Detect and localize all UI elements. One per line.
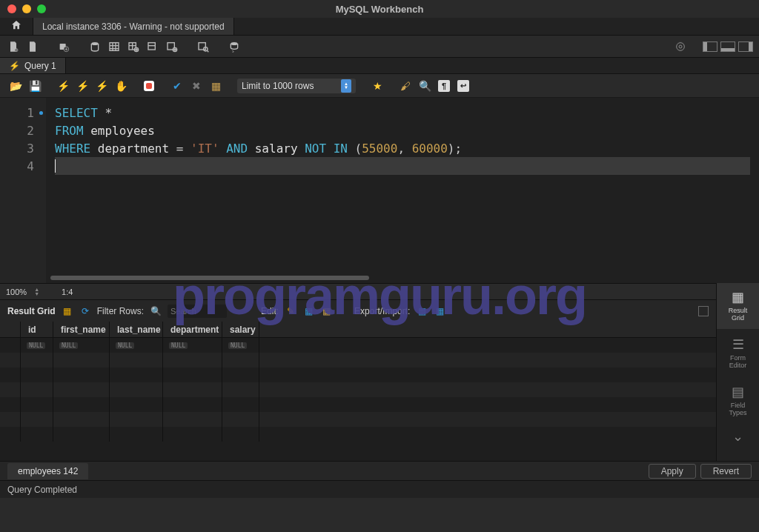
favorite-icon[interactable]: ★: [371, 79, 384, 93]
find-icon[interactable]: 🔍: [418, 79, 431, 93]
null-value: NULL: [169, 342, 188, 349]
search-table-icon[interactable]: [196, 39, 211, 54]
side-form-editor[interactable]: ☰ Form Editor: [717, 329, 759, 376]
table-row[interactable]: NULL NULL NULL NULL NULL: [0, 338, 716, 353]
save-script-icon[interactable]: 💾: [28, 79, 42, 93]
table-icon-1[interactable]: [107, 39, 122, 54]
execute-current-icon[interactable]: ⚡: [76, 79, 89, 93]
column-header[interactable]: last_name: [110, 322, 163, 337]
table-row[interactable]: [0, 412, 716, 427]
connection-tab-label: Local instance 3306 - Warning - not supp…: [42, 21, 225, 32]
new-sql-file-icon[interactable]: [6, 39, 21, 54]
sql-editor[interactable]: 1 2 3 4 SELECT * FROM employees WHERE de…: [0, 98, 759, 283]
svg-point-3: [91, 42, 98, 45]
zoom-bar: 100% ▲▼ 1:4: [0, 283, 759, 299]
table-row[interactable]: [0, 368, 716, 382]
side-result-grid[interactable]: ▦ Result Grid: [717, 282, 759, 329]
result-tab-label: employees 142: [18, 466, 78, 476]
table-row[interactable]: [0, 427, 716, 442]
invisible-chars-icon[interactable]: ¶: [437, 79, 451, 93]
left-panel-toggle[interactable]: [703, 41, 717, 52]
commit-icon[interactable]: ✔: [170, 79, 184, 93]
export-import-label: Export/Import:: [354, 306, 410, 316]
gear-icon[interactable]: [673, 39, 688, 54]
line-number: 4: [0, 157, 46, 175]
query-tabs: ⚡ Query 1: [0, 58, 759, 74]
db-icon-1[interactable]: [87, 39, 102, 54]
query-tab-1[interactable]: ⚡ Query 1: [0, 58, 66, 73]
null-value: NULL: [27, 342, 45, 349]
result-grid[interactable]: id first_name last_name department salar…: [0, 322, 716, 461]
view-icon[interactable]: [145, 39, 160, 54]
editor-scrollbar[interactable]: [46, 273, 759, 283]
zoom-stepper-icon[interactable]: ▲▼: [34, 287, 39, 296]
home-tab[interactable]: [0, 18, 33, 35]
edit-row-icon[interactable]: ✎: [285, 305, 296, 317]
row-limit-label: Limit to 1000 rows: [242, 81, 314, 91]
stepper-icon: ▲▼: [341, 79, 351, 93]
table-row[interactable]: [0, 397, 716, 412]
main-toolbar: [0, 36, 759, 58]
query-tab-label: Query 1: [24, 61, 56, 71]
table-plus-icon[interactable]: [126, 39, 141, 54]
bottom-panel-toggle[interactable]: [720, 41, 735, 52]
open-script-icon[interactable]: 📂: [9, 79, 22, 93]
add-row-icon[interactable]: ▦: [302, 305, 314, 317]
line-number: 1: [0, 104, 46, 122]
result-bottom-bar: employees 142 Apply Revert: [0, 461, 759, 480]
column-header[interactable]: department: [163, 322, 222, 337]
filter-rows-input[interactable]: [168, 305, 227, 318]
status-bar: Query Completed: [0, 480, 759, 498]
connection-tabs: Local instance 3306 - Warning - not supp…: [0, 18, 759, 36]
db-reconnect-icon[interactable]: [227, 39, 242, 54]
revert-button[interactable]: Revert: [700, 464, 752, 479]
svg-rect-4: [110, 42, 119, 50]
server-admin-icon[interactable]: [56, 39, 71, 54]
delete-row-icon[interactable]: ▦: [320, 305, 332, 317]
grid-icon: ▦: [732, 289, 744, 305]
svg-point-13: [677, 42, 685, 50]
svg-rect-7: [148, 42, 155, 49]
export-icon[interactable]: ▦: [416, 305, 428, 317]
refresh-icon[interactable]: ⟳: [79, 305, 91, 317]
beautify-icon[interactable]: 🖌: [399, 79, 412, 93]
column-header[interactable]: id: [21, 322, 53, 337]
stop-on-error-icon[interactable]: [142, 79, 156, 93]
import-icon[interactable]: ▦: [434, 305, 445, 317]
scrollbar-thumb[interactable]: [50, 276, 369, 280]
result-tab[interactable]: employees 142: [7, 463, 88, 479]
side-field-types[interactable]: ▤ Field Types: [717, 376, 759, 424]
home-icon: [10, 19, 22, 33]
line-gutter: 1 2 3 4: [0, 98, 46, 283]
types-icon: ▤: [732, 384, 744, 400]
rollback-icon[interactable]: ✖: [190, 79, 203, 93]
explain-icon[interactable]: ⚡: [95, 79, 108, 93]
grid-view-icon[interactable]: ▦: [62, 305, 73, 317]
autocommit-icon[interactable]: ▦: [209, 79, 222, 93]
row-selector-header: [0, 322, 21, 337]
edit-label: Edit:: [261, 306, 279, 316]
open-sql-file-icon[interactable]: [25, 39, 40, 54]
form-icon: ☰: [732, 336, 744, 353]
grid-body[interactable]: NULL NULL NULL NULL NULL: [0, 338, 716, 461]
connection-tab[interactable]: Local instance 3306 - Warning - not supp…: [33, 18, 234, 35]
column-header[interactable]: first_name: [53, 322, 110, 337]
right-panel-toggle[interactable]: [738, 41, 753, 52]
execute-icon[interactable]: ⚡: [56, 79, 70, 93]
table-row[interactable]: [0, 382, 716, 397]
row-limit-select[interactable]: Limit to 1000 rows ▲▼: [237, 79, 356, 93]
apply-button[interactable]: Apply: [649, 464, 696, 479]
side-label: Field Types: [729, 402, 746, 416]
pin-panel-icon[interactable]: [698, 306, 709, 316]
svg-rect-10: [199, 42, 205, 49]
title-bar: MySQL Workbench: [0, 0, 759, 18]
chevron-down-icon[interactable]: ⌄: [732, 424, 743, 449]
code-area[interactable]: SELECT * FROM employees WHERE department…: [46, 98, 759, 283]
routine-icon[interactable]: [165, 39, 179, 54]
null-value: NULL: [59, 342, 78, 349]
null-value: NULL: [116, 342, 134, 349]
word-wrap-icon[interactable]: ↩: [457, 79, 470, 93]
column-header[interactable]: salary: [222, 322, 259, 337]
stop-icon[interactable]: ✋: [114, 79, 127, 93]
table-row[interactable]: [0, 353, 716, 368]
